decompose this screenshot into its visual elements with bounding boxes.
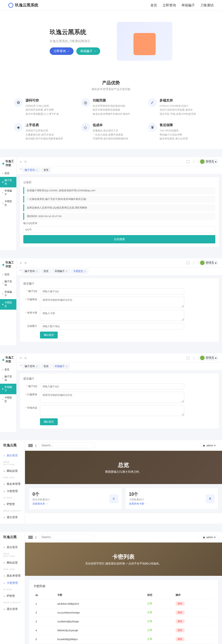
menu-home[interactable]: 首页 <box>0 170 16 177</box>
tab-close-icon[interactable]: × <box>36 169 37 172</box>
refresh-icon[interactable]: ↻ <box>24 357 27 360</box>
delete-button[interactable]: 删除 <box>176 610 185 615</box>
nav-query[interactable]: 立即查询 <box>163 3 176 8</box>
delete-button[interactable]: 删除 <box>176 619 185 623</box>
sidebar-item[interactable]: ○黑名单管理 <box>0 480 25 488</box>
qq-search-input[interactable] <box>23 226 215 233</box>
stat-card: 0个黑名单数量统计查看黑名单 →≡ <box>29 488 122 509</box>
user-badge[interactable]: 管理员▾ <box>198 260 219 266</box>
form-label: * 骗子QQ <box>23 288 40 293</box>
form-title: 提交骗子 <box>23 282 215 286</box>
menu-card[interactable]: 卡密提交 <box>0 394 16 405</box>
search-input[interactable] <box>39 534 95 540</box>
feature-item: ✓多端支持HTML5+CSS3响应式设计支持主流的现代浏览器,兼容IE适合手机,… <box>148 98 208 116</box>
tab[interactable]: 举报骗子× <box>52 364 70 369</box>
sidebar-item[interactable]: ○卡密管理 <box>0 579 25 587</box>
menu-query[interactable]: 骗子查询 <box>0 373 16 384</box>
nav-report[interactable]: 举报骗子 <box>181 3 195 8</box>
cell-id: 2 <box>33 608 55 617</box>
form-input-骗子QQ[interactable] <box>40 383 184 390</box>
hero-query-button[interactable]: 立即查询 → <box>50 47 74 55</box>
tab-home-icon[interactable]: ⌂ <box>20 269 21 274</box>
tab-home-icon[interactable]: ⌂ <box>20 167 21 173</box>
menu-toggle-icon[interactable] <box>28 443 33 448</box>
submit-button[interactable]: 确认提交 <box>40 418 58 425</box>
menu-toggle-icon[interactable] <box>28 535 33 539</box>
menu-card[interactable]: 卡密提交 <box>0 299 16 310</box>
form-input-行骗事由[interactable] <box>40 297 184 308</box>
submit-button[interactable]: 确认提交 <box>40 332 58 338</box>
stat-link[interactable]: 查看所有卡密 → <box>129 502 147 505</box>
sidebar-item[interactable]: ○退出登录 <box>0 514 25 521</box>
menu-report[interactable]: 举报骗子 <box>0 187 16 198</box>
sidebar-item[interactable]: ○网站设置 <box>0 559 25 566</box>
form-input-举报内容[interactable] <box>40 405 184 416</box>
landing-header: 玖逸云黑系统 首页 立即查询 举报骗子 刀客测试 <box>0 0 222 11</box>
sidebar-item[interactable]: ○退出登录 <box>0 605 25 613</box>
feature-title: 上手容易 <box>26 123 63 128</box>
user-badge[interactable]: 管理员▾ <box>198 159 219 164</box>
sidebar-item[interactable]: ○后台首页 <box>0 452 25 459</box>
form-input-骗子QQ[interactable] <box>40 288 184 294</box>
menu-report[interactable]: 举报骗子 <box>0 384 16 394</box>
sidebar-item[interactable]: ○卡密管理 <box>0 488 25 495</box>
fullscreen-icon[interactable]: ⛶ <box>187 160 190 163</box>
menu-query[interactable]: 骗子查询 <box>0 278 16 289</box>
user-badge[interactable]: 管理员▾ <box>198 355 219 361</box>
stat-link[interactable]: 查看黑名单 → <box>32 502 48 505</box>
feature-desc: HTML5+CSS3响应式设计支持主流的现代浏览器,兼容IE适合手机,平板,桌面… <box>160 104 196 116</box>
menu-icon[interactable]: ≡ <box>20 357 22 360</box>
fullscreen-icon[interactable]: ⛶ <box>187 357 190 360</box>
menu-home[interactable]: 首页 <box>0 271 16 278</box>
tab[interactable]: 骗子查询× <box>22 364 40 369</box>
sidebar-item[interactable]: ○网站设置 <box>0 467 25 475</box>
tab[interactable]: 举报骗子× <box>52 269 70 274</box>
sidebar-item[interactable]: ○IP管理 <box>0 501 25 508</box>
form-input-使用卡密[interactable] <box>40 310 184 321</box>
sidebar-logo: ◆玖逸工作室 <box>0 159 16 170</box>
menu-home[interactable]: 首页 <box>0 366 16 373</box>
table-row: 3zoufa6mdj5y25xqts正常删除 <box>33 617 214 626</box>
refresh-icon[interactable]: ↻ <box>24 160 27 163</box>
cell-id: 3 <box>33 617 55 626</box>
more-icon[interactable]: ⋮ <box>192 261 195 264</box>
tab[interactable]: 首页 <box>41 269 51 274</box>
menu-icon[interactable]: ≡ <box>20 261 22 264</box>
nav-test[interactable]: 刀客测试 <box>200 3 214 8</box>
table-header: 操作 <box>173 591 214 599</box>
sidebar-item[interactable]: ○IP管理 <box>0 592 25 600</box>
tab-home-icon[interactable]: ⌂ <box>20 364 21 369</box>
tab[interactable]: 首页 <box>41 364 51 369</box>
more-icon[interactable]: ⋮ <box>192 160 195 163</box>
tab[interactable]: 骗子查询× <box>22 269 40 274</box>
user-badge[interactable]: ◉ admin ▾ <box>200 443 219 448</box>
form-input-行骗事由[interactable] <box>40 392 184 403</box>
delete-button[interactable]: 删除 <box>176 602 185 606</box>
search-button[interactable]: 点击搜索 <box>23 235 215 243</box>
menu-query[interactable]: 骗子查询 <box>0 177 16 187</box>
delete-button[interactable]: 删除 <box>176 628 185 632</box>
form-input-证据图片[interactable] <box>40 323 184 329</box>
user-badge[interactable]: ◉ admin ▾ <box>200 535 219 540</box>
hero-report-button[interactable]: 举报骗子 → <box>76 47 100 55</box>
tab-query[interactable]: 骗子查询× <box>22 167 40 173</box>
content-title: 公告栏 <box>23 180 215 184</box>
tab[interactable]: 卡密提交× <box>70 269 89 274</box>
more-icon[interactable]: ⋮ <box>192 357 195 360</box>
refresh-icon[interactable]: ↻ <box>24 261 27 264</box>
nav-home[interactable]: 首页 <box>150 3 157 8</box>
delete-button[interactable]: 删除 <box>176 637 185 641</box>
search-input[interactable] <box>39 442 95 448</box>
sidebar-item[interactable]: ○后台首页 <box>0 544 25 551</box>
menu-report[interactable]: 举报骗子 <box>0 289 16 299</box>
cell-id: 4 <box>33 626 55 635</box>
sidebar: ◆玖逸工作室 首页 骗子查询 举报骗子 卡密提交 <box>0 353 17 432</box>
menu-icon[interactable]: ≡ <box>20 160 22 163</box>
fullscreen-icon[interactable]: ⛶ <box>187 261 190 264</box>
sidebar-section-label: PAR ADD <box>0 566 25 572</box>
cell-status: 正常 <box>145 617 174 626</box>
sidebar-item[interactable]: ○黑名单管理 <box>0 572 25 579</box>
tab-home[interactable]: 首页 <box>41 167 51 173</box>
menu-card[interactable]: 卡密提交 <box>0 198 16 208</box>
table-row: 4t56lukz6j12rywoq8正常删除 <box>33 626 214 635</box>
